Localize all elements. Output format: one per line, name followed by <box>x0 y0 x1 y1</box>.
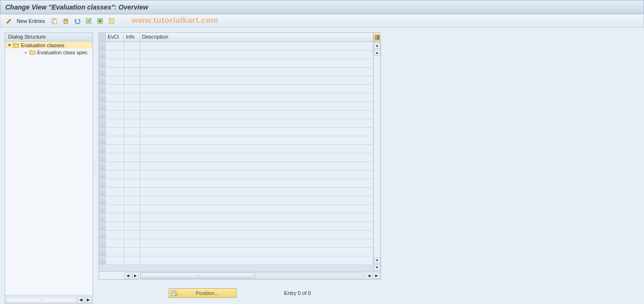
table-row[interactable] <box>99 76 373 85</box>
scroll-up-button[interactable]: ▲ <box>374 50 380 56</box>
scroll-right-button[interactable]: ◀ <box>366 272 372 279</box>
scroll-left-button[interactable]: ▶ <box>132 272 139 279</box>
cell-info[interactable] <box>124 205 140 213</box>
cell-info[interactable] <box>124 231 140 239</box>
table-row[interactable] <box>99 93 373 102</box>
table-row[interactable] <box>99 136 373 145</box>
scroll-down-button[interactable]: ▼ <box>374 257 380 263</box>
row-selector[interactable] <box>99 196 106 204</box>
cell-info[interactable] <box>124 93 140 101</box>
cell-description[interactable] <box>140 111 373 119</box>
cell-evcl[interactable] <box>106 76 124 84</box>
cell-evcl[interactable] <box>106 256 124 264</box>
cell-description[interactable] <box>140 102 373 110</box>
cell-info[interactable] <box>124 136 140 144</box>
cell-info[interactable] <box>124 222 140 230</box>
select-all-icon[interactable] <box>84 16 93 26</box>
table-row[interactable] <box>99 42 373 51</box>
scroll-bottom-button[interactable]: ▼ <box>374 264 380 271</box>
cell-evcl[interactable] <box>106 111 124 119</box>
deselect-all-icon[interactable] <box>107 16 116 26</box>
row-selector[interactable] <box>99 256 106 264</box>
cell-info[interactable] <box>124 179 140 187</box>
table-row[interactable] <box>99 179 373 188</box>
cell-evcl[interactable] <box>106 93 124 101</box>
cell-info[interactable] <box>124 68 140 76</box>
tree-node-evaluation-classes[interactable]: ▼ Evaluation classes <box>5 41 92 49</box>
row-selector[interactable] <box>99 213 106 222</box>
select-block-icon[interactable] <box>95 16 105 26</box>
cell-evcl[interactable] <box>106 68 124 76</box>
row-selector[interactable] <box>99 162 106 170</box>
row-selector[interactable] <box>99 59 106 67</box>
row-selector[interactable] <box>99 102 106 110</box>
cell-description[interactable] <box>140 196 373 204</box>
cell-info[interactable] <box>124 128 140 136</box>
table-row[interactable] <box>99 153 373 162</box>
cell-info[interactable] <box>124 119 140 127</box>
cell-evcl[interactable] <box>106 85 124 93</box>
cell-info[interactable] <box>124 102 140 110</box>
tree-scroll-right-button[interactable]: ▶ <box>85 296 92 303</box>
cell-evcl[interactable] <box>106 171 124 179</box>
table-row[interactable] <box>99 102 373 111</box>
cell-description[interactable] <box>140 76 373 84</box>
cell-info[interactable] <box>124 188 140 196</box>
scroll-last-button[interactable]: ▶ <box>373 272 380 279</box>
row-selector[interactable] <box>99 42 106 50</box>
cell-description[interactable] <box>140 213 373 222</box>
row-selector[interactable] <box>99 93 106 101</box>
cell-evcl[interactable] <box>106 205 124 213</box>
cell-evcl[interactable] <box>106 222 124 230</box>
cell-evcl[interactable] <box>106 59 124 67</box>
cell-description[interactable] <box>140 85 373 93</box>
table-row[interactable] <box>99 59 373 68</box>
row-selector[interactable] <box>99 111 106 119</box>
table-row[interactable] <box>99 171 373 179</box>
table-row[interactable] <box>99 222 373 231</box>
cell-description[interactable] <box>140 128 373 136</box>
new-entries-button[interactable]: New Entries <box>17 18 45 24</box>
cell-evcl[interactable] <box>106 136 124 144</box>
cell-evcl[interactable] <box>106 153 124 162</box>
row-selector[interactable] <box>99 222 106 230</box>
cell-description[interactable] <box>140 93 373 101</box>
cell-description[interactable] <box>140 222 373 230</box>
cell-description[interactable] <box>140 179 373 187</box>
row-selector[interactable] <box>99 128 106 136</box>
table-row[interactable] <box>99 68 373 76</box>
cell-info[interactable] <box>124 196 140 204</box>
cell-description[interactable] <box>140 248 373 256</box>
tree-scroll-left-button[interactable]: ◀ <box>77 296 84 303</box>
cell-info[interactable] <box>124 145 140 153</box>
cell-evcl[interactable] <box>106 119 124 127</box>
table-row[interactable] <box>99 128 373 136</box>
scroll-first-button[interactable]: ◀ <box>124 272 131 279</box>
table-row[interactable] <box>99 145 373 153</box>
row-selector[interactable] <box>99 136 106 144</box>
table-row[interactable] <box>99 239 373 248</box>
cell-info[interactable] <box>124 51 140 59</box>
cell-info[interactable] <box>124 256 140 264</box>
row-selector[interactable] <box>99 68 106 76</box>
column-header-evcl[interactable]: EvCl <box>106 33 124 41</box>
cell-evcl[interactable] <box>106 102 124 110</box>
table-row[interactable] <box>99 162 373 171</box>
row-selector[interactable] <box>99 119 106 127</box>
table-row[interactable] <box>99 111 373 119</box>
cell-description[interactable] <box>140 119 373 127</box>
tree-resize-handle[interactable]: ⋯ <box>6 297 76 303</box>
cell-description[interactable] <box>140 239 373 247</box>
cell-evcl[interactable] <box>106 145 124 153</box>
row-selector[interactable] <box>99 188 106 196</box>
cell-description[interactable] <box>140 59 373 67</box>
hscroll-track[interactable]: ⋯ <box>140 272 364 279</box>
tree-expander-icon[interactable]: ▼ <box>7 43 12 48</box>
row-selector[interactable] <box>99 85 106 93</box>
table-row[interactable] <box>99 213 373 222</box>
row-selector[interactable] <box>99 205 106 213</box>
configure-columns-button[interactable] <box>374 33 381 42</box>
cell-evcl[interactable] <box>106 239 124 247</box>
cell-info[interactable] <box>124 59 140 67</box>
table-row[interactable] <box>99 196 373 205</box>
